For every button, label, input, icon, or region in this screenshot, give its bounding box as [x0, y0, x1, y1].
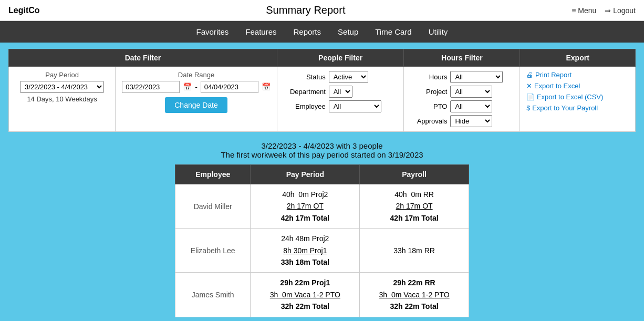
date-to-input[interactable]: 04/04/2023 — [201, 81, 258, 93]
employee-label: Employee — [284, 102, 326, 110]
col-employee: Employee — [175, 165, 251, 184]
change-date-button[interactable]: Change Date — [165, 97, 227, 113]
table-row: David Miller 40h 0m Proj2 2h 17m OT 42h … — [175, 184, 469, 229]
nav-timecard[interactable]: Time Card — [375, 27, 411, 36]
date-range-label: Date Range — [122, 71, 271, 79]
summary-line2: The first workweek of this pay period st… — [8, 150, 636, 159]
payroll-data: 33h 18m RR — [360, 229, 469, 273]
summary-line1: 3/22/2023 - 4/4/2023 with 3 people — [8, 141, 636, 150]
print-report-link[interactable]: 🖨 Print Report — [526, 71, 629, 79]
payroll-data: 29h 22m RR 3h 0m Vaca 1-2 PTO 32h 22m To… — [360, 273, 469, 317]
people-filter-header: People Filter — [277, 49, 404, 67]
export-header: Export — [520, 49, 636, 67]
status-label: Status — [284, 73, 326, 81]
nav-favorites[interactable]: Favorites — [196, 27, 229, 36]
approvals-label: Approvals — [410, 117, 447, 125]
excel-icon: ✕ — [526, 82, 532, 90]
nav-bar: Favorites Features Reports Setup Time Ca… — [0, 21, 644, 43]
nav-utility[interactable]: Utility — [429, 27, 448, 36]
pay-period-data: 24h 48m Proj2 8h 30m Proj1 33h 18m Total — [251, 229, 360, 273]
pay-period-days: 14 Days, 10 Weekdays — [15, 95, 109, 103]
pay-period-select[interactable]: 3/22/2023 - 4/4/2023 — [20, 81, 104, 93]
col-pay-period: Pay Period — [251, 165, 360, 184]
payroll-icon: $ — [526, 104, 530, 112]
nav-setup[interactable]: Setup — [338, 27, 358, 36]
export-excel-link[interactable]: ✕ Export to Excel — [526, 82, 629, 90]
payroll-data: 40h 0m RR 2h 17m OT 42h 17m Total — [360, 184, 469, 229]
pay-period-data: 29h 22m Proj1 3h 0m Vaca 1-2 PTO 32h 22m… — [251, 273, 360, 317]
date-filter-header: Date Filter — [9, 49, 277, 67]
table-row: Elizabeth Lee 24h 48m Proj2 8h 30m Proj1… — [175, 229, 469, 273]
employee-select[interactable]: All — [329, 100, 381, 112]
csv-icon: 📄 — [526, 93, 535, 101]
hours-select[interactable]: All — [450, 71, 503, 83]
employee-name: Elizabeth Lee — [175, 229, 251, 273]
pto-select[interactable]: All — [450, 100, 492, 112]
page-title: Summary Report — [266, 4, 345, 16]
hours-label: Hours — [410, 73, 447, 81]
logo: LegitCo — [8, 6, 40, 15]
nav-features[interactable]: Features — [245, 27, 276, 36]
department-label: Department — [284, 88, 326, 96]
project-label: Project — [410, 88, 447, 96]
department-select[interactable]: All — [329, 86, 352, 98]
hours-filter-header: Hours Filter — [404, 49, 520, 67]
employee-name: David Miller — [175, 184, 251, 229]
project-select[interactable]: All — [450, 86, 492, 98]
pay-period-data: 40h 0m Proj2 2h 17m OT 42h 17m Total — [251, 184, 360, 229]
date-from-input[interactable]: 03/22/2023 — [122, 81, 180, 93]
calendar-to-icon[interactable]: 📅 — [262, 82, 271, 91]
calendar-from-icon[interactable]: 📅 — [183, 82, 192, 91]
status-select[interactable]: Active Inactive All — [329, 71, 368, 83]
menu-button[interactable]: ≡ Menu — [572, 6, 596, 15]
approvals-select[interactable]: Hide Show — [450, 115, 492, 127]
pay-period-label: Pay Period — [15, 71, 109, 79]
col-payroll: Payroll — [360, 165, 469, 184]
employee-name: James Smith — [175, 273, 251, 317]
logout-button[interactable]: ⇒ Logout — [605, 6, 636, 15]
print-icon: 🖨 — [526, 71, 533, 79]
nav-reports[interactable]: Reports — [294, 27, 321, 36]
table-row: James Smith 29h 22m Proj1 3h 0m Vaca 1-2… — [175, 273, 469, 317]
export-payroll-link[interactable]: $ Export to Your Payroll — [526, 104, 629, 112]
pto-label: PTO — [410, 102, 447, 110]
date-separator: - — [195, 83, 198, 91]
export-csv-link[interactable]: 📄 Export to Excel (CSV) — [526, 93, 629, 101]
